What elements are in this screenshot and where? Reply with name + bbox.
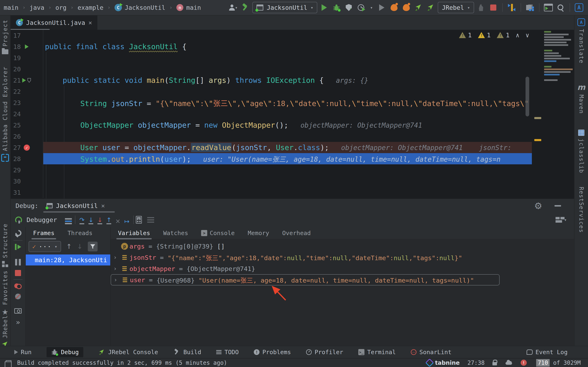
sync-button[interactable] xyxy=(506,2,517,13)
breadcrumb-item-example[interactable]: example xyxy=(78,4,103,11)
stripe-warning-mark[interactable] xyxy=(534,139,541,141)
line-number[interactable]: 31 xyxy=(11,189,21,196)
tool-window-translate[interactable]: A Translate xyxy=(575,18,588,64)
jprofiler-run-button[interactable] xyxy=(389,2,399,13)
toolwindow-build[interactable]: Build xyxy=(173,349,201,356)
editor-scrollbar-thumb[interactable] xyxy=(526,77,529,117)
debugger-tab-label[interactable]: Debugger xyxy=(26,216,57,224)
status-message[interactable]: Build completed successfully in 2 sec, 6… xyxy=(17,359,227,366)
tool-window-jrebel[interactable]: JRebel xyxy=(0,315,10,348)
tab-overhead[interactable]: Overhead xyxy=(282,227,311,239)
code-line[interactable]: 24 xyxy=(11,108,574,119)
next-warning-button[interactable]: ∨ xyxy=(526,32,529,39)
tab-console[interactable]: >Console xyxy=(201,227,234,239)
code-line[interactable]: 19 xyxy=(11,52,574,63)
tool-window-structure[interactable]: Structure xyxy=(0,224,10,267)
run-gutter-icon[interactable] xyxy=(25,44,29,49)
code-line[interactable]: 31 xyxy=(11,187,574,198)
stop-button[interactable] xyxy=(15,270,21,276)
expand-chevron-icon[interactable]: › xyxy=(111,254,120,261)
stop-button[interactable] xyxy=(488,2,499,13)
tool-window-alibaba-cloud[interactable]: Alibaba Cloud Explorer xyxy=(0,67,10,160)
toolwindow-profiler[interactable]: Profiler xyxy=(306,349,343,356)
gear-icon[interactable]: ⚙ xyxy=(534,201,542,211)
line-number[interactable]: 23 xyxy=(11,99,21,106)
line-number[interactable]: 19 xyxy=(11,54,21,62)
step-out-button[interactable]: ↑ xyxy=(104,215,113,224)
run-anything-button[interactable] xyxy=(543,2,554,13)
force-step-into-button[interactable]: ↓ xyxy=(95,215,104,224)
line-number[interactable]: 26 xyxy=(11,133,21,140)
toolwindow-terminal[interactable]: >_ Terminal xyxy=(358,349,396,356)
cloud-settings-icon[interactable] xyxy=(505,360,513,366)
inspections-widget[interactable]: 1 1 1 ∧ ∨ xyxy=(459,31,529,39)
line-number[interactable]: 27 xyxy=(11,144,21,151)
layout-settings-icon[interactable] xyxy=(555,217,562,223)
toolwindow-problems[interactable]: ! Problems xyxy=(254,349,291,356)
line-number[interactable]: 21 xyxy=(11,77,21,84)
search-everywhere-button[interactable] xyxy=(555,2,566,13)
breadcrumb-item-main[interactable]: main xyxy=(4,4,18,11)
prev-warning-button[interactable]: ∧ xyxy=(516,32,519,39)
step-over-button[interactable]: ↷ xyxy=(77,215,86,224)
toolwindow-sonarlint[interactable]: 〰 SonarLint xyxy=(411,349,451,356)
toolwindow-todo[interactable]: TODO xyxy=(216,349,239,356)
camera-snapshot-icon[interactable] xyxy=(14,308,22,314)
jprofiler-debug-button[interactable] xyxy=(401,2,412,13)
editor-tab-jacksonutil[interactable]: C JacksonUtil.java × xyxy=(11,16,97,30)
tool-window-maven[interactable]: m Maven xyxy=(575,83,588,114)
run-with-coverage-button[interactable] xyxy=(343,2,354,13)
line-number[interactable]: 30 xyxy=(11,178,21,185)
breadcrumb-item-org[interactable]: org xyxy=(55,4,66,11)
rerun-icon[interactable] xyxy=(15,216,22,224)
more-actions-icon[interactable]: » xyxy=(16,318,20,326)
step-into-button[interactable]: ↓ xyxy=(86,215,95,224)
run-to-cursor-button[interactable]: ↦ xyxy=(122,215,131,224)
line-number[interactable]: 28 xyxy=(11,155,21,162)
close-icon[interactable]: × xyxy=(101,202,105,209)
code-line-breakpoint[interactable]: 27 ✓ User user = objectMapper.readValue(… xyxy=(11,142,574,153)
line-number[interactable]: 22 xyxy=(11,88,21,95)
view-breakpoints-icon[interactable] xyxy=(14,283,22,289)
profile-options-button[interactable]: ▾ xyxy=(368,2,375,13)
minimize-icon[interactable] xyxy=(554,205,561,207)
jrebel-build-button[interactable] xyxy=(240,2,251,13)
debug-session-tab[interactable]: JacksonUtil × xyxy=(47,202,105,209)
breadcrumb-item-method[interactable]: main xyxy=(186,4,201,11)
toolwindow-event-log[interactable]: Event Log xyxy=(527,349,568,356)
stack-frame-item[interactable]: main:28, JacksonUti xyxy=(26,254,110,266)
code-line[interactable]: 18 public final class JacksonUtil { xyxy=(11,41,574,52)
tab-watches[interactable]: Watches xyxy=(163,227,188,239)
code-line[interactable]: 29 xyxy=(11,164,574,175)
line-number[interactable]: 29 xyxy=(11,166,21,174)
toolwindow-debug[interactable]: Debug xyxy=(47,347,83,357)
evaluate-expression-icon[interactable] xyxy=(136,216,142,224)
variable-row-user-selected[interactable]: › user = {User@968} "User(name=张三, age=1… xyxy=(111,274,500,285)
code-line[interactable]: 23 String jsonStr = "{\"name\":\"张三\",\"… xyxy=(11,97,574,108)
run-button[interactable] xyxy=(319,2,329,13)
trace-settings-icon[interactable] xyxy=(147,217,154,223)
line-number[interactable]: 17 xyxy=(11,32,21,39)
run-configuration-select[interactable]: JacksonUtil ▾ xyxy=(252,2,317,13)
line-number[interactable]: 20 xyxy=(11,66,21,73)
tool-window-project[interactable]: Project xyxy=(0,20,10,54)
tab-threads[interactable]: Threads xyxy=(68,227,93,239)
previous-frame-button[interactable]: ↑ xyxy=(66,243,72,250)
code-minimap[interactable] xyxy=(544,31,573,82)
toggle-toolwindows-icon[interactable] xyxy=(6,360,11,365)
code-line[interactable]: 30 xyxy=(11,175,574,187)
tool-window-restservices[interactable]: RestServices xyxy=(575,187,588,233)
tool-window-jclasslib[interactable]: jclasslib xyxy=(575,130,588,173)
tab-memory[interactable]: Memory xyxy=(248,227,269,239)
code-line[interactable]: 22 xyxy=(11,86,574,97)
translate-button[interactable]: A xyxy=(574,2,584,13)
tabnine-widget[interactable]: tabnine xyxy=(426,359,460,366)
thread-filter-dropdown[interactable]: ✓ ··· ▾ xyxy=(29,241,61,252)
profile-button[interactable] xyxy=(356,2,366,13)
stripe-warning-mark[interactable] xyxy=(534,117,541,119)
code-line[interactable]: 20 xyxy=(11,63,574,75)
toolwindow-run[interactable]: Run xyxy=(14,349,31,356)
settings-wrench-icon[interactable] xyxy=(15,230,21,237)
hide-frames-button[interactable] xyxy=(88,242,98,251)
error-badge-icon[interactable]: ! xyxy=(521,360,527,366)
